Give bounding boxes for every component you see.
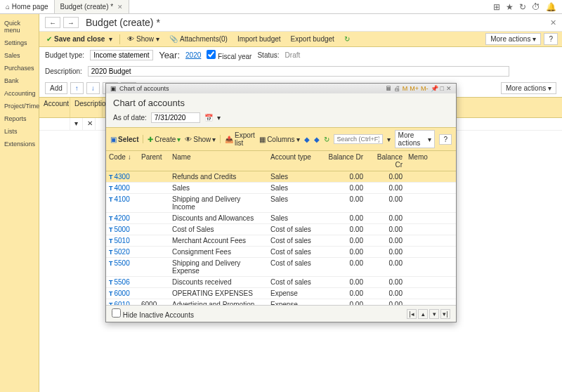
account-row[interactable]: T5500Shipping and Delivery ExpenseCost o… — [106, 258, 456, 277]
calc-icon[interactable]: 🖩 — [386, 85, 392, 92]
status-value: Draft — [285, 51, 301, 59]
sidebar-item-settings[interactable]: Settings — [0, 37, 39, 49]
sidebar-item-extensions[interactable]: Extensions — [0, 138, 39, 150]
col-parent[interactable]: Parent — [138, 151, 169, 171]
nav-next-icon[interactable]: ◆ — [314, 136, 320, 143]
sidebar-item-accounting[interactable]: Accounting — [0, 87, 39, 100]
asof-label: As of date: — [113, 114, 147, 122]
budget-form-row-1: Budget type: Year: 2020 Fiscal year Stat… — [39, 47, 562, 63]
year-value[interactable]: 2020 — [185, 51, 201, 59]
col-description[interactable]: Description — [70, 98, 103, 117]
star-icon[interactable]: ★ — [506, 2, 514, 12]
save-and-close-button[interactable]: ✔Save and close ▾ — [44, 34, 115, 44]
top-icons: ⊞ ★ ↻ ⏱ 🔔 — [493, 2, 562, 12]
last-record-button[interactable]: ▾| — [440, 309, 450, 319]
next-record-button[interactable]: ▾ — [429, 309, 439, 319]
dialog-heading: Chart of accounts — [113, 98, 449, 108]
m-minus-icon[interactable]: M- — [421, 85, 429, 92]
account-row[interactable]: T5020Consignment FeesCost of sales0.000.… — [106, 247, 456, 258]
search-dropdown-icon[interactable]: ▾ — [387, 136, 391, 143]
forward-button[interactable]: → — [63, 17, 79, 28]
account-row[interactable]: T4200Discounts and AllowancesSales0.000.… — [106, 213, 456, 224]
more-actions-button[interactable]: More actions ▾ — [485, 33, 541, 45]
sidebar-item-bank[interactable]: Bank — [0, 74, 39, 87]
close-icon[interactable]: ✕ — [446, 85, 452, 92]
description-input[interactable] — [88, 66, 509, 77]
m-icon[interactable]: M — [403, 85, 408, 92]
year-label: Year: — [159, 50, 180, 60]
status-label: Status: — [257, 51, 279, 59]
columns-button[interactable]: ▦ Columns ▾ — [259, 136, 299, 143]
move-up-button[interactable]: ↑ — [70, 82, 84, 94]
calendar-icon[interactable]: 📅 — [204, 114, 213, 122]
account-row[interactable]: T5506Discounts receivedCost of sales0.00… — [106, 277, 456, 288]
col-balance-dr[interactable]: Balance Dr — [324, 151, 366, 171]
hide-inactive-checkbox[interactable]: Hide Inactive Accounts — [112, 308, 194, 319]
bell-icon[interactable]: 🔔 — [546, 2, 556, 12]
close-page-icon[interactable]: ✕ — [550, 18, 556, 27]
budget-type-input[interactable] — [90, 50, 153, 60]
select-button[interactable]: ▣ Select — [110, 136, 138, 143]
help-button[interactable]: ? — [544, 33, 558, 45]
export-budget-button[interactable]: Export budget — [288, 34, 337, 44]
main-toolbar: ✔Save and close ▾ 👁 Show ▾ 📎 Attachments… — [39, 32, 562, 47]
asof-date-input[interactable] — [151, 112, 200, 123]
dialog-help-button[interactable]: ? — [439, 134, 452, 145]
create-button[interactable]: ✚ Create ▾ — [148, 136, 181, 143]
col-code[interactable]: Code ↓ — [106, 151, 138, 171]
account-row[interactable]: T4000SalesSales0.000.00 — [106, 183, 456, 194]
apps-icon[interactable]: ⊞ — [493, 2, 500, 12]
prev-record-button[interactable]: ▴ — [418, 309, 428, 319]
grid-more-actions[interactable]: More actions ▾ — [501, 82, 556, 94]
import-budget-button[interactable]: Import budget — [235, 34, 284, 44]
sidebar-item-quick-menu[interactable]: Quick menu — [0, 17, 39, 37]
check-icon: ✔ — [46, 35, 52, 43]
tab-budget[interactable]: Budget (create) *✕ — [55, 0, 130, 13]
budget-form-row-2: Description: — [39, 63, 562, 79]
account-row[interactable]: T4300Refunds and CreditsSales0.000.00 — [106, 171, 456, 183]
dialog-toolbar: ▣ Select ✚ Create ▾ 👁 Show ▾ 📤 Export li… — [106, 127, 456, 151]
clock-icon[interactable]: ⏱ — [532, 2, 540, 12]
show-button[interactable]: 👁 Show ▾ — [185, 136, 216, 143]
attachments-button[interactable]: 📎 Attachments(0) — [166, 34, 230, 44]
m-plus-icon[interactable]: M+ — [410, 85, 419, 92]
refresh-icon[interactable]: ↻ — [341, 34, 353, 44]
account-row[interactable]: T4100Shipping and Delivery IncomeSales0.… — [106, 194, 456, 213]
search-input[interactable] — [334, 134, 383, 144]
sidebar-item-purchases[interactable]: Purchases — [0, 62, 39, 74]
col-type[interactable]: Account type — [268, 151, 324, 171]
sidebar-item-reports[interactable]: Reports — [0, 112, 39, 125]
sidebar-item-lists[interactable]: Lists — [0, 125, 39, 138]
maximize-icon[interactable]: □ — [440, 85, 444, 92]
fiscal-year-checkbox[interactable]: Fiscal year — [207, 50, 251, 60]
col-account[interactable]: Account — [39, 98, 70, 117]
col-balance-cr[interactable]: Balance Cr — [366, 151, 405, 171]
dialog-titlebar[interactable]: ▣ Chart of accounts 🖩 🖨 M M+ M- 📌 □ ✕ — [106, 84, 456, 93]
col-memo[interactable]: Memo — [405, 151, 456, 171]
show-button[interactable]: 👁 Show ▾ — [124, 34, 162, 44]
export-list-button[interactable]: 📤 Export list — [225, 131, 255, 147]
nav-row: ← → Budget (create) * ✕ — [39, 14, 562, 32]
refresh-icon[interactable]: ↻ — [324, 136, 329, 143]
date-dropdown-icon[interactable]: ▾ — [217, 114, 221, 122]
sidebar-item-sales[interactable]: Sales — [0, 49, 39, 62]
tab-home[interactable]: ⌂ Home page — [0, 0, 55, 13]
account-row[interactable]: T6000OPERATING EXPENSESExpense0.000.00 — [106, 288, 456, 299]
back-button[interactable]: ← — [45, 17, 60, 28]
account-row[interactable]: T5000Cost of SalesCost of sales0.000.00 — [106, 224, 456, 235]
nav-prev-icon[interactable]: ◆ — [304, 136, 310, 143]
add-button[interactable]: Add — [45, 82, 67, 94]
col-name[interactable]: Name — [169, 151, 268, 171]
move-down-button[interactable]: ↓ — [86, 82, 100, 94]
account-row[interactable]: T60106000Advertising and PromotionExpens… — [106, 299, 456, 305]
sidebar-item-project-time[interactable]: Project/Time — [0, 100, 39, 112]
pin-icon[interactable]: 📌 — [431, 85, 438, 92]
dialog-more-actions[interactable]: More actions ▾ — [395, 130, 436, 148]
print-icon[interactable]: 🖨 — [394, 85, 400, 92]
first-record-button[interactable]: |◂ — [407, 309, 417, 319]
dialog-grid-body[interactable]: T4300Refunds and CreditsSales0.000.00T40… — [106, 171, 456, 305]
close-icon[interactable]: ✕ — [117, 4, 123, 11]
refresh-icon[interactable]: ↻ — [519, 2, 526, 12]
window-icon: ▣ — [110, 85, 117, 92]
account-row[interactable]: T5010Merchant Account FeesCost of sales0… — [106, 235, 456, 247]
